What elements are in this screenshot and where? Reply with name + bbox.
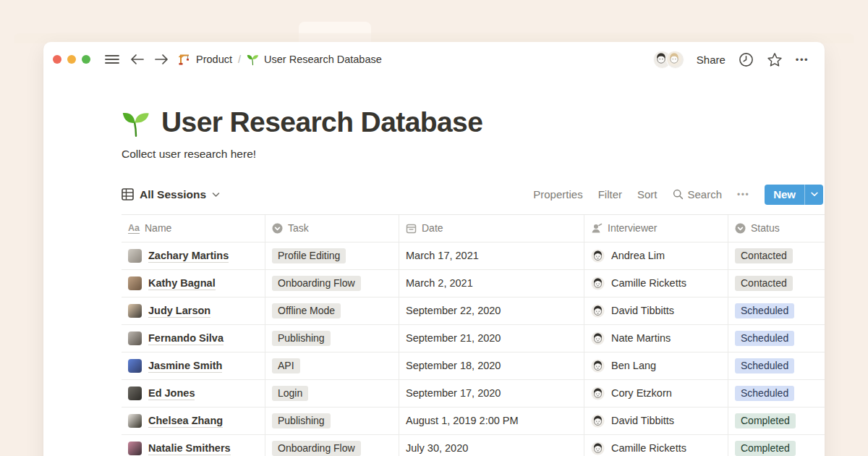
window-titlebar: Product / User Research Database Share (43, 42, 825, 77)
search-icon (673, 189, 684, 200)
interviewer-avatar (591, 276, 605, 290)
name-page-link[interactable]: Judy Larson (148, 304, 210, 318)
contact-photo (128, 304, 142, 318)
sort-button[interactable]: Sort (637, 188, 658, 200)
table-row[interactable]: Kathy Bagnal Onboarding Flow March 2, 20… (122, 270, 825, 297)
new-dropdown-button[interactable] (804, 185, 823, 205)
name-page-link[interactable]: Ed Jones (148, 387, 195, 400)
interviewer-avatar (591, 249, 605, 263)
column-header-task[interactable]: Task (265, 215, 399, 242)
select-property-icon (735, 223, 746, 234)
database-table: Aa Name Task Date (122, 214, 825, 456)
properties-button[interactable]: Properties (533, 188, 582, 200)
name-page-link[interactable]: Kathy Bagnal (148, 276, 216, 290)
date-value: September 17, 2020 (406, 387, 501, 399)
zoom-window-button[interactable] (82, 55, 90, 64)
text-property-icon: Aa (128, 223, 140, 234)
favorite-star-icon[interactable] (767, 52, 783, 67)
table-row[interactable]: Fernando Silva Publishing September 21, … (122, 325, 825, 352)
name-page-link[interactable]: Zachary Martins (148, 249, 229, 263)
table-row[interactable]: Natalie Smithers Onboarding Flow July 30… (122, 435, 825, 456)
table-row[interactable]: Jasmine Smith API September 18, 2020 Ben… (122, 352, 825, 380)
breadcrumb-page[interactable]: User Research Database (264, 54, 382, 65)
collaborator-avatars (653, 51, 684, 69)
column-header-date[interactable]: Date (399, 215, 584, 242)
interviewer-name: Camille Ricketts (611, 277, 686, 289)
person-property-icon (591, 223, 603, 234)
contact-photo (128, 276, 142, 290)
table-row[interactable]: Zachary Martins Profile Editing March 17… (122, 242, 825, 270)
interviewer-name: David Tibbitts (611, 305, 674, 316)
share-button[interactable]: Share (697, 54, 726, 66)
interviewer-name: Camille Ricketts (611, 442, 686, 454)
contact-photo (128, 359, 142, 373)
toolbar-more-icon[interactable]: ••• (737, 190, 749, 200)
titlebar-actions: Share ••• (653, 51, 809, 69)
calendar-icon (406, 223, 417, 234)
task-tag: Publishing (272, 413, 331, 428)
breadcrumb-separator: / (238, 54, 241, 65)
new-button-group: New (765, 185, 823, 205)
task-tag: Onboarding Flow (272, 276, 361, 291)
interviewer-avatar (591, 359, 605, 373)
breadcrumb: Product / User Research Database (178, 53, 382, 66)
back-arrow-icon[interactable] (130, 54, 144, 65)
column-label: Task (288, 222, 309, 234)
task-tag: Offline Mode (272, 303, 341, 318)
interviewer-avatar (591, 414, 605, 428)
column-label: Status (751, 222, 780, 234)
collaborator-avatar[interactable] (666, 51, 684, 69)
status-badge: Completed (735, 413, 796, 428)
table-row[interactable]: Chelsea Zhang Publishing August 1, 2019 … (122, 408, 825, 435)
task-tag: Publishing (272, 331, 331, 346)
more-options-icon[interactable]: ••• (796, 54, 809, 65)
page-subtitle: Collect user research here! (122, 148, 825, 161)
contact-photo (128, 442, 142, 455)
status-badge: Contacted (735, 248, 793, 263)
minimize-window-button[interactable] (67, 55, 76, 64)
interviewer-avatar (591, 304, 605, 318)
breadcrumb-product[interactable]: Product (196, 54, 232, 65)
table-body: Zachary Martins Profile Editing March 17… (122, 242, 825, 456)
name-page-link[interactable]: Chelsea Zhang (148, 414, 223, 428)
toolbar-actions: Properties Filter Sort Search ••• New (533, 185, 825, 205)
column-header-name[interactable]: Aa Name (122, 215, 265, 242)
table-row[interactable]: Ed Jones Login September 17, 2020 Cory E… (122, 380, 825, 408)
contact-photo (128, 387, 142, 400)
crane-icon (178, 53, 191, 66)
forward-arrow-icon[interactable] (155, 54, 169, 65)
interviewer-name: Ben Lang (611, 360, 656, 371)
seedling-icon-large[interactable] (122, 109, 150, 138)
status-badge: Scheduled (735, 331, 794, 346)
interviewer-name: Andrea Lim (611, 250, 665, 261)
name-page-link[interactable]: Jasmine Smith (148, 359, 222, 373)
status-badge: Contacted (735, 276, 793, 291)
interviewer-name: David Tibbitts (611, 415, 674, 426)
sidebar-menu-icon[interactable] (105, 54, 119, 65)
page-title-block: User Research Database (122, 107, 825, 138)
column-label: Interviewer (608, 222, 657, 234)
interviewer-name: Nate Martins (611, 332, 671, 344)
database-toolbar: All Sessions Properties Filter Sort Sear… (122, 185, 825, 205)
table-row[interactable]: Judy Larson Offline Mode September 22, 2… (122, 297, 825, 325)
contact-photo (128, 332, 142, 345)
name-page-link[interactable]: Fernando Silva (148, 332, 224, 345)
date-value: March 2, 2021 (406, 277, 473, 289)
history-clock-icon[interactable] (739, 52, 754, 67)
task-tag: Profile Editing (272, 248, 346, 263)
name-page-link[interactable]: Natalie Smithers (148, 442, 231, 455)
close-window-button[interactable] (53, 55, 61, 64)
column-header-interviewer[interactable]: Interviewer (584, 215, 728, 242)
view-switcher[interactable]: All Sessions (122, 188, 220, 201)
task-tag: Login (272, 386, 308, 401)
date-value: September 18, 2020 (406, 360, 501, 371)
interviewer-name: Cory Etzkorn (611, 387, 672, 399)
search-button[interactable]: Search (673, 188, 723, 200)
column-header-status[interactable]: Status (728, 215, 825, 242)
table-header: Aa Name Task Date (122, 214, 825, 242)
new-button[interactable]: New (765, 185, 804, 205)
select-property-icon (272, 223, 283, 234)
date-value: August 1, 2019 2:00 PM (406, 415, 519, 426)
filter-button[interactable]: Filter (598, 188, 622, 200)
search-label: Search (688, 188, 723, 200)
